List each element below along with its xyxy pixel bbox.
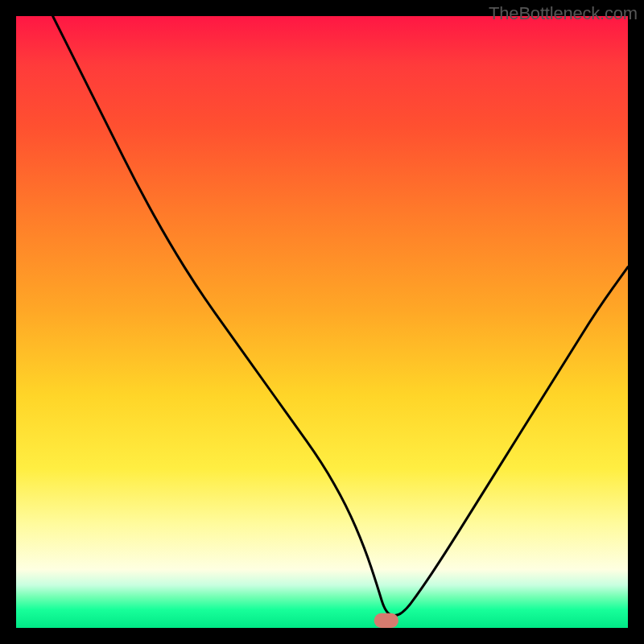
- chart-frame: [16, 16, 628, 628]
- plot-area: [16, 16, 628, 628]
- chart-background-gradient: [16, 16, 628, 628]
- watermark-text: TheBottleneck.com: [489, 3, 638, 24]
